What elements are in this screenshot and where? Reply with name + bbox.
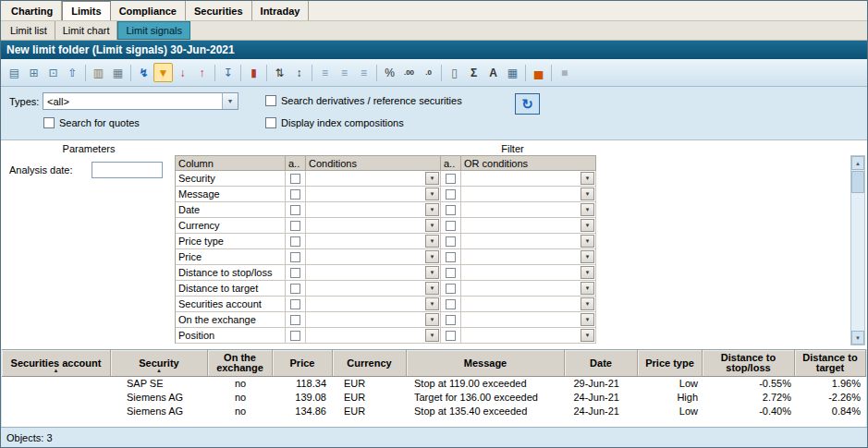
or-conditions-combobox[interactable]: ▼ <box>461 297 596 312</box>
chevron-down-icon[interactable]: ▼ <box>581 172 594 185</box>
tab-limits[interactable]: Limits <box>62 1 110 20</box>
chart-open-icon[interactable]: ⇧ <box>63 63 82 82</box>
col-header-price[interactable]: Price <box>273 350 333 376</box>
chevron-down-icon[interactable]: ▼ <box>425 203 439 216</box>
tab-compliance[interactable]: Compliance <box>111 1 186 20</box>
chart-columns-icon[interactable]: ▮ <box>244 63 263 82</box>
or-checkbox[interactable] <box>446 174 456 184</box>
font-icon[interactable]: A <box>483 63 503 82</box>
and-checkbox[interactable] <box>290 268 300 278</box>
align-left-icon[interactable]: ≡ <box>315 63 335 82</box>
analysis-date-input[interactable] <box>92 162 163 178</box>
or-conditions-combobox[interactable]: ▼ <box>461 328 596 344</box>
conditions-combobox[interactable]: ▼ <box>306 187 441 202</box>
conditions-combobox[interactable]: ▼ <box>306 249 441 265</box>
tab-limit-signals[interactable]: Limit signals <box>117 21 190 40</box>
chevron-down-icon[interactable]: ▼ <box>425 266 439 279</box>
display-index-option[interactable]: Display index compositions <box>265 117 404 128</box>
chevron-down-icon[interactable]: ▼ <box>425 188 439 200</box>
or-conditions-combobox[interactable]: ▼ <box>461 249 596 265</box>
or-checkbox[interactable] <box>446 252 456 262</box>
tab-securities[interactable]: Securities <box>186 1 252 20</box>
chevron-down-icon[interactable]: ▼ <box>581 282 594 295</box>
remove-decimal-icon[interactable]: .0 <box>419 63 438 82</box>
and-checkbox[interactable] <box>290 284 300 294</box>
and-checkbox[interactable] <box>290 189 300 200</box>
conditions-combobox[interactable]: ▼ <box>306 297 441 312</box>
conditions-combobox[interactable]: ▼ <box>306 265 441 281</box>
conditions-combobox[interactable]: ▼ <box>306 218 441 234</box>
chevron-down-icon[interactable]: ▼ <box>425 172 439 185</box>
and-checkbox[interactable] <box>290 299 300 309</box>
chevron-down-icon[interactable]: ▼ <box>425 329 439 342</box>
or-checkbox[interactable] <box>446 236 456 247</box>
chevron-down-icon[interactable]: ▼ <box>581 266 594 279</box>
layout-grid-icon[interactable]: ▦ <box>108 63 128 82</box>
or-conditions-combobox[interactable]: ▼ <box>461 234 596 249</box>
col-header-distance-stoploss[interactable]: Distance to stop/loss <box>703 350 795 376</box>
chevron-down-icon[interactable]: ▼ <box>425 313 439 326</box>
chevron-down-icon[interactable]: ▼ <box>581 313 594 326</box>
limit-up-icon[interactable]: ↑ <box>192 63 212 82</box>
refresh-button[interactable]: ↻ <box>515 93 540 115</box>
scroll-down-icon[interactable]: ▼ <box>851 331 864 345</box>
tab-limit-chart[interactable]: Limit chart <box>55 21 118 40</box>
chevron-down-icon[interactable]: ▼ <box>425 282 439 295</box>
search-derivatives-checkbox[interactable] <box>265 95 276 106</box>
scroll-up-icon[interactable]: ▲ <box>851 156 864 170</box>
or-conditions-combobox[interactable]: ▼ <box>461 171 596 187</box>
conditions-combobox[interactable]: ▼ <box>306 281 441 297</box>
result-row[interactable]: Siemens AG no 139.08 EUR Target for 136.… <box>2 391 866 405</box>
conditions-combobox[interactable]: ▼ <box>306 312 441 328</box>
chevron-down-icon[interactable]: ▼ <box>425 235 439 248</box>
and-checkbox[interactable] <box>290 315 300 325</box>
chevron-down-icon[interactable]: ▼ <box>425 297 439 310</box>
align-center-icon[interactable]: ≡ <box>335 63 354 82</box>
sort-descending-icon[interactable]: ↕ <box>289 63 309 82</box>
col-header-distance-target[interactable]: Distance to target <box>795 350 866 376</box>
result-row[interactable]: SAP SE no 118.34 EUR Stop at 119.00 exce… <box>2 377 866 391</box>
chevron-down-icon[interactable]: ▼ <box>581 250 594 263</box>
col-header-security[interactable]: Security ▲ <box>111 350 208 376</box>
conditions-combobox[interactable]: ▼ <box>306 328 441 344</box>
chevron-down-icon[interactable]: ▼ <box>425 250 439 263</box>
move-down-icon[interactable]: ↧ <box>218 63 238 82</box>
or-conditions-combobox[interactable]: ▼ <box>461 281 596 297</box>
col-header-on-exchange[interactable]: On the exchange <box>208 350 273 376</box>
chevron-down-icon[interactable]: ▼ <box>425 219 439 232</box>
chevron-down-icon[interactable]: ▼ <box>581 329 594 342</box>
chart-zoom-icon[interactable]: ⊞ <box>24 63 43 82</box>
or-checkbox[interactable] <box>446 284 456 294</box>
sum-icon[interactable]: Σ <box>464 63 483 82</box>
or-conditions-combobox[interactable]: ▼ <box>461 218 596 234</box>
interval-icon[interactable]: ▥ <box>89 63 108 82</box>
chevron-down-icon[interactable]: ▼ <box>581 203 594 216</box>
conditions-combobox[interactable]: ▼ <box>306 234 441 249</box>
or-checkbox[interactable] <box>446 331 456 341</box>
and-checkbox[interactable] <box>290 331 300 341</box>
chart-window-icon[interactable]: ⊡ <box>43 63 63 82</box>
add-decimal-icon[interactable]: .00 <box>399 63 419 82</box>
or-conditions-combobox[interactable]: ▼ <box>461 187 596 202</box>
col-header-price-type[interactable]: Price type <box>638 350 703 376</box>
types-dropdown[interactable]: <all> ▼ <box>43 92 238 110</box>
conditions-combobox[interactable]: ▼ <box>306 171 441 187</box>
or-checkbox[interactable] <box>446 315 456 325</box>
and-checkbox[interactable] <box>290 205 300 215</box>
chevron-down-icon[interactable]: ▼ <box>581 235 594 248</box>
and-checkbox[interactable] <box>290 252 300 262</box>
col-header-currency[interactable]: Currency <box>333 350 407 376</box>
or-checkbox[interactable] <box>446 205 456 215</box>
chart-bars-icon[interactable]: ▅ <box>529 63 548 82</box>
conditions-combobox[interactable]: ▼ <box>306 202 441 218</box>
or-checkbox[interactable] <box>446 221 456 231</box>
sort-ascending-icon[interactable]: ⇅ <box>270 63 289 82</box>
display-index-checkbox[interactable] <box>265 117 276 128</box>
and-checkbox[interactable] <box>290 221 300 231</box>
or-checkbox[interactable] <box>446 268 456 278</box>
tab-charting[interactable]: Charting <box>3 1 62 20</box>
filter-icon[interactable]: ▼ <box>153 63 173 82</box>
chevron-down-icon[interactable]: ▼ <box>581 188 594 200</box>
search-derivatives-option[interactable]: Search derivatives / reference securitie… <box>265 95 462 106</box>
freeze-pane-icon[interactable]: ▯ <box>445 63 464 82</box>
